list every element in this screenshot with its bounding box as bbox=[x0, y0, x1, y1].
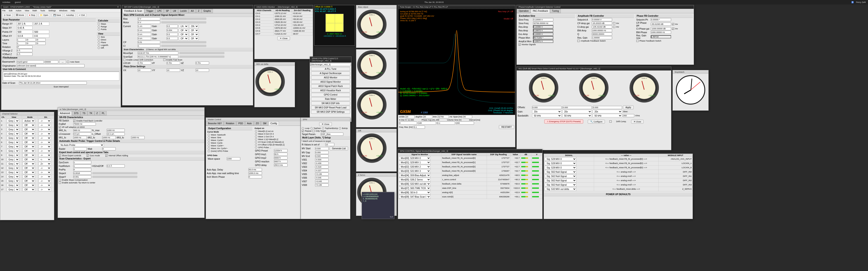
menu-settings[interactable]: Settings bbox=[49, 9, 56, 12]
phase-input[interactable] bbox=[418, 122, 436, 125]
a810-close-button[interactable]: ✕ Close bbox=[277, 36, 290, 40]
menu-tools[interactable]: Tools bbox=[40, 9, 45, 12]
channel-select[interactable]: -> bbox=[39, 132, 51, 135]
emergency-stop-button[interactable]: ⚠ Emergency STOP (GOTO Presets) bbox=[544, 120, 583, 124]
mix1-gain-input[interactable] bbox=[166, 29, 178, 32]
autodisp-button[interactable]: Autodisp bbox=[64, 13, 75, 17]
channel-select[interactable]: -> bbox=[39, 145, 51, 148]
mix0-gain-input[interactable] bbox=[166, 25, 178, 28]
channel-select[interactable]: -> bbox=[39, 175, 51, 178]
channel-select[interactable]: Off bbox=[23, 153, 35, 157]
channel-select[interactable]: -> bbox=[39, 128, 51, 131]
signal-select[interactable]: Mon[07]: S65:TIME TICKS bbox=[399, 186, 431, 190]
tab-feedback[interactable]: Feedback & Scan bbox=[122, 9, 144, 13]
resgain-input[interactable] bbox=[592, 36, 612, 39]
menu-file[interactable]: File bbox=[2, 9, 6, 12]
signal-select[interactable]: Mon[08]: S0:In 0 bbox=[399, 191, 431, 194]
cpphg-input[interactable] bbox=[651, 23, 671, 26]
uvdiv-input[interactable] bbox=[405, 115, 414, 118]
activities[interactable]: Activities bbox=[2, 1, 10, 3]
slopex-slider[interactable] bbox=[92, 172, 137, 174]
mix1-on-select[interactable]: OFF bbox=[189, 29, 199, 32]
ml-value-input[interactable] bbox=[315, 155, 329, 158]
inchworm-input[interactable] bbox=[248, 175, 262, 178]
stop-button[interactable]: ●Stop bbox=[28, 13, 37, 17]
dateofscan-input[interactable] bbox=[19, 81, 87, 84]
dy-input[interactable] bbox=[166, 61, 180, 65]
ml-value-input[interactable] bbox=[315, 183, 329, 187]
bw-z-select[interactable]: 50 kHz bbox=[593, 114, 622, 117]
signal-select[interactable]: Mon[01]: S29:MIX 1 bbox=[399, 161, 431, 164]
wave-radio[interactable] bbox=[208, 144, 210, 147]
gpiodelay-input[interactable] bbox=[274, 164, 287, 167]
xs2nd-input[interactable] bbox=[107, 164, 125, 168]
menu-edit[interactable]: Edit bbox=[9, 9, 12, 12]
offset-y-input[interactable] bbox=[562, 106, 592, 109]
ciamp-inv-check[interactable] bbox=[613, 26, 615, 28]
signal-select[interactable]: Mon[09]: S47:Bias Scan Rot bbox=[399, 195, 431, 199]
wave-radio[interactable] bbox=[208, 142, 210, 144]
bias-slider[interactable] bbox=[161, 18, 206, 20]
bw-y-select[interactable]: 50 kHz bbox=[562, 114, 592, 117]
q-input[interactable] bbox=[592, 33, 612, 36]
gpiopreset-input[interactable] bbox=[274, 149, 287, 152]
channel-select[interactable]: -> bbox=[39, 179, 51, 183]
ml-value-input[interactable] bbox=[315, 158, 329, 161]
channel-select[interactable]: -> bbox=[39, 183, 51, 187]
tab-lockin[interactable]: LockIn bbox=[178, 9, 189, 13]
wave-radio[interactable] bbox=[208, 147, 210, 149]
channel-select[interactable]: -> bbox=[39, 119, 51, 123]
wave-radio[interactable] bbox=[208, 136, 210, 139]
tab-advanced[interactable]: Advanced bbox=[58, 111, 72, 115]
wave-radio[interactable] bbox=[208, 150, 210, 152]
tab-pl[interactable]: PL bbox=[100, 111, 107, 115]
channel-select[interactable]: Off bbox=[23, 149, 35, 153]
bias-input[interactable] bbox=[138, 17, 160, 20]
setpointa-input[interactable] bbox=[592, 18, 612, 21]
prepts-input[interactable] bbox=[73, 168, 91, 171]
rangexy-y-input[interactable] bbox=[33, 22, 49, 26]
tab-besocke[interactable]: Besocke X&Y bbox=[206, 121, 224, 126]
channel-select[interactable]: Off bbox=[23, 128, 35, 131]
tab-zo[interactable]: ZO bbox=[254, 121, 261, 126]
span-input[interactable] bbox=[463, 115, 472, 118]
points-radio[interactable] bbox=[98, 28, 100, 31]
channel-select[interactable]: Grey 2D bbox=[7, 158, 19, 161]
menu-math[interactable]: Math bbox=[33, 9, 37, 12]
sig-select[interactable]: Sig: S62:Null-Signal bbox=[545, 170, 577, 174]
srmk3-item[interactable]: Rate Meter bbox=[311, 97, 350, 101]
channel-select[interactable]: Off bbox=[23, 166, 35, 170]
tab-graphs[interactable]: Graphs bbox=[202, 9, 213, 13]
ml-value-input[interactable] bbox=[315, 147, 329, 150]
bwamp-input[interactable] bbox=[592, 29, 612, 32]
movespd-input[interactable] bbox=[138, 52, 178, 55]
channel-select[interactable]: Grey 2D bbox=[7, 149, 19, 153]
menu-view[interactable]: View bbox=[25, 9, 29, 12]
target-input[interactable] bbox=[321, 133, 343, 136]
enablefb-check[interactable]: ✓ bbox=[73, 120, 75, 122]
signal-select[interactable]: Mon[03]: S31:MIX 3 bbox=[399, 169, 431, 173]
gpiotmp2-input[interactable] bbox=[274, 156, 287, 160]
botup-radio[interactable] bbox=[339, 127, 341, 129]
ciphg-input[interactable] bbox=[651, 27, 671, 30]
frqref-input[interactable] bbox=[73, 123, 96, 126]
multilayer-close[interactable]: ✕ Close bbox=[319, 122, 332, 126]
channel-select[interactable]: -> bbox=[39, 166, 51, 170]
noauto-select[interactable]: No Auto Probe bbox=[59, 143, 104, 147]
close-icon[interactable]: ✕ bbox=[117, 6, 119, 8]
m11-close-button[interactable]: ✕ Close bbox=[631, 120, 644, 124]
generate-list-button[interactable]: Generate List bbox=[330, 146, 348, 150]
offset-x-input[interactable] bbox=[532, 106, 561, 109]
iir0fo-input[interactable] bbox=[73, 129, 91, 132]
channel-select[interactable]: Grey 2D bbox=[7, 183, 19, 187]
topdwn-radio[interactable] bbox=[310, 127, 313, 129]
signal-select[interactable]: Mon[02]: S30:MIX 2 bbox=[399, 165, 431, 168]
gpioreaction-input[interactable] bbox=[274, 160, 287, 163]
apply-button[interactable]: Apply bbox=[623, 105, 633, 109]
monsig-check[interactable]: ✓ bbox=[519, 43, 521, 46]
mix2-mode-select[interactable]: OFF bbox=[179, 33, 188, 36]
menu-windows[interactable]: Windows bbox=[59, 9, 67, 12]
range-radio[interactable] bbox=[98, 26, 100, 28]
channel-select[interactable]: -> bbox=[39, 149, 51, 153]
channel-select[interactable]: Off bbox=[23, 183, 35, 187]
